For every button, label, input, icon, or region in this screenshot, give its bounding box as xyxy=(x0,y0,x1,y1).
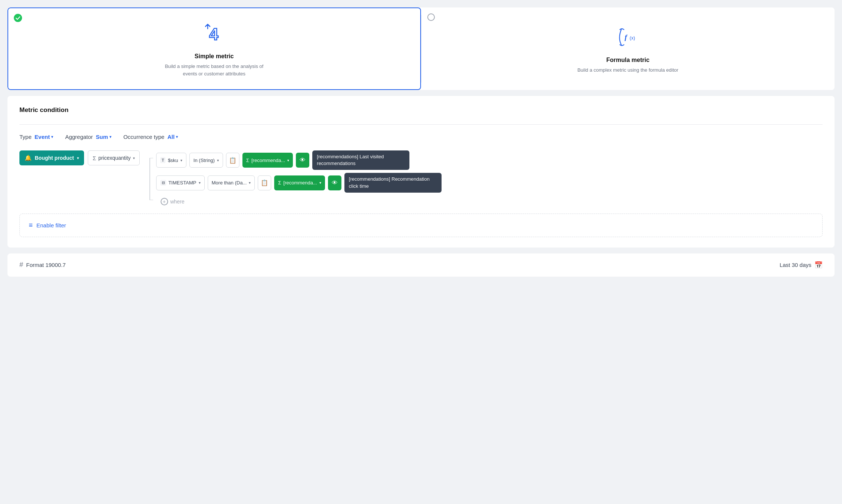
type-config: Type Event ▾ xyxy=(19,134,53,140)
eye-button-2[interactable]: 👁 xyxy=(328,175,341,190)
type-label: Type xyxy=(19,134,32,140)
type-timestamp-icon: ⊟ xyxy=(160,180,166,186)
svg-point-0 xyxy=(14,14,22,22)
green-sigma-button-2[interactable]: Σ [recommenda... ▾ xyxy=(274,175,325,190)
metric-type-cards: 4 Simple metric Build a simple metric ba… xyxy=(7,7,835,90)
field-timestamp-button[interactable]: ⊟ TIMESTAMP ▾ xyxy=(156,175,205,190)
format-label: # Format 19000.7 xyxy=(19,261,66,269)
type-t-icon: T xyxy=(160,157,166,163)
event-button-label: Bought product xyxy=(35,155,74,161)
config-row: Type Event ▾ Aggregator Sum ▾ Occurrence… xyxy=(19,134,823,140)
format-value: Format 19000.7 xyxy=(26,262,66,268)
operator-in-string-button[interactable]: In (String) ▾ xyxy=(189,153,223,168)
green-sigma-label-1: [recommenda... xyxy=(251,158,285,163)
operator-in-string-label: In (String) xyxy=(194,158,215,163)
field-sku-button[interactable]: T $sku ▾ xyxy=(156,153,186,168)
svg-text:4: 4 xyxy=(209,25,219,43)
clipboard-button-2[interactable]: 📋 xyxy=(258,175,271,190)
condition-row-2: ⊟ TIMESTAMP ▾ More than (Da... ▾ 📋 xyxy=(156,173,442,192)
field-sku-label: $sku xyxy=(168,158,178,163)
enable-filter-label: Enable filter xyxy=(37,222,66,228)
clipboard-icon-2: 📋 xyxy=(261,179,268,186)
eye-button-1[interactable]: 👁 xyxy=(296,153,309,168)
occurrence-dropdown[interactable]: All ▾ xyxy=(167,134,178,140)
formula-metric-icon: f (x) xyxy=(615,24,641,51)
condition-row-1: T $sku ▾ In (String) ▾ 📋 Σ xyxy=(156,150,442,170)
tooltip-2: [recommendations] Recommendation click t… xyxy=(344,173,442,192)
timestamp-chevron-icon: ▾ xyxy=(199,181,201,185)
where-button[interactable]: + where xyxy=(158,196,188,208)
sigma-chevron-icon: ▾ xyxy=(133,156,135,160)
aggregator-dropdown[interactable]: Sum ▾ xyxy=(96,134,112,140)
eye-icon-2: 👁 xyxy=(332,180,338,186)
metric-condition-section: Metric condition Type Event ▾ Aggregator… xyxy=(7,96,835,248)
enable-filter-section[interactable]: ≡ Enable filter xyxy=(19,214,823,237)
where-label: where xyxy=(170,199,185,205)
in-string-chevron-icon: ▾ xyxy=(217,158,219,162)
formula-metric-title: Formula metric xyxy=(606,57,650,63)
sigma-button-label: pricexquantity xyxy=(98,155,130,161)
svg-text:(x): (x) xyxy=(629,36,635,41)
bell-icon: 🔔 xyxy=(25,155,32,161)
operator-more-than-label: More than (Da... xyxy=(212,180,247,186)
green-sigma-chevron-2: ▾ xyxy=(319,181,321,185)
sigma-button[interactable]: Σ pricexquantity ▾ xyxy=(88,150,140,165)
green-sigma-label-2: [recommenda... xyxy=(284,180,317,186)
aggregator-value: Sum xyxy=(96,134,108,140)
svg-text:f: f xyxy=(625,33,628,41)
filter-main-row: 🔔 Bought product ▾ Σ pricexquantity ▾ xyxy=(19,150,823,208)
where-row: + where xyxy=(156,196,442,208)
occurrence-chevron-icon: ▾ xyxy=(176,135,178,139)
calendar-icon: 📅 xyxy=(814,261,823,269)
simple-metric-card[interactable]: 4 Simple metric Build a simple metric ba… xyxy=(7,7,421,90)
formula-metric-desc: Build a complex metric using the formula… xyxy=(578,66,678,74)
formula-metric-card[interactable]: f (x) Formula metric Build a complex met… xyxy=(421,7,835,90)
simple-metric-icon: 4 xyxy=(201,20,227,47)
filter-lines-icon: ≡ xyxy=(29,221,33,229)
type-value: Event xyxy=(35,134,50,140)
unselected-radio-icon xyxy=(427,13,435,21)
eye-icon-1: 👁 xyxy=(300,157,306,164)
simple-metric-desc: Build a simple metric based on the analy… xyxy=(162,63,266,77)
aggregator-config: Aggregator Sum ▾ xyxy=(65,134,111,140)
green-sigma-chevron-1: ▾ xyxy=(287,158,289,162)
tooltip-text-1: [recommendations] Last visited recommend… xyxy=(317,154,384,166)
sku-chevron-icon: ▾ xyxy=(180,158,182,162)
simple-metric-title: Simple metric xyxy=(195,53,234,60)
occurrence-value: All xyxy=(167,134,174,140)
green-sigma-button-1[interactable]: Σ [recommenda... ▾ xyxy=(242,153,293,168)
date-range-label: Last 30 days xyxy=(780,262,811,268)
hash-icon: # xyxy=(19,261,23,269)
event-button[interactable]: 🔔 Bought product ▾ xyxy=(19,150,84,165)
event-chevron-icon: ▾ xyxy=(77,156,79,160)
green-sigma-icon-2: Σ xyxy=(278,180,281,186)
clipboard-icon-1: 📋 xyxy=(229,157,236,164)
occurrence-label: Occurrence type xyxy=(123,134,164,140)
date-range[interactable]: Last 30 days 📅 xyxy=(780,261,823,269)
tooltip-1: [recommendations] Last visited recommend… xyxy=(312,150,409,170)
where-plus-icon: + xyxy=(161,198,168,205)
bottom-bar: # Format 19000.7 Last 30 days 📅 xyxy=(7,253,835,277)
selected-check-icon xyxy=(13,13,22,22)
type-chevron-icon: ▾ xyxy=(51,135,53,139)
aggregator-chevron-icon: ▾ xyxy=(109,135,111,139)
condition-rows: T $sku ▾ In (String) ▾ 📋 Σ xyxy=(156,150,442,208)
field-timestamp-label: TIMESTAMP xyxy=(168,180,196,186)
occurrence-config: Occurrence type All ▾ xyxy=(123,134,178,140)
operator-more-than-button[interactable]: More than (Da... ▾ xyxy=(208,175,255,190)
tooltip-text-2: [recommendations] Recommendation click t… xyxy=(349,176,430,189)
type-dropdown[interactable]: Event ▾ xyxy=(35,134,53,140)
sigma-icon: Σ xyxy=(93,155,96,161)
clipboard-button-1[interactable]: 📋 xyxy=(226,153,239,168)
aggregator-label: Aggregator xyxy=(65,134,93,140)
more-than-chevron-icon: ▾ xyxy=(249,181,251,185)
green-sigma-icon-1: Σ xyxy=(246,158,249,163)
section-title: Metric condition xyxy=(19,106,823,114)
divider xyxy=(19,124,823,125)
